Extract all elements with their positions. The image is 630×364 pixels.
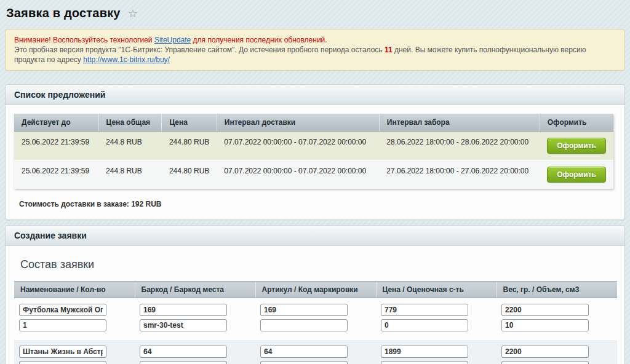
item-estimated-value-input[interactable] [381, 361, 468, 364]
item-weight-input[interactable] [501, 304, 589, 316]
item-weight-input[interactable] [501, 346, 589, 358]
checkout-button[interactable]: Оформить [547, 167, 606, 183]
item-article-input[interactable] [260, 304, 348, 316]
offers-header-row: Действует до Цена общая Цена Интервал до… [14, 114, 613, 132]
notice-update-line: Внимание! Воспользуйтесь технологией Sit… [14, 35, 616, 45]
composition-subtitle: Состав заявки [20, 258, 615, 271]
item-marking-code-input[interactable] [260, 319, 348, 331]
offer-pickup-interval: 28.06.2022 18:00:00 - 28.06.2022 20:00:0… [379, 132, 540, 160]
item-estimated-value-input[interactable] [381, 319, 468, 331]
col-valid-until: Действует до [14, 114, 98, 132]
col-action: Оформить [540, 114, 613, 132]
table-row [14, 339, 617, 364]
offer-delivery-interval: 07.07.2022 00:00:00 - 07.07.2022 00:00:0… [217, 132, 379, 160]
page: Заявка в доставку ☆ Внимание! Воспользуй… [0, 0, 630, 364]
request-section-title: Создание заявки [6, 226, 624, 246]
composition-header-row: Наименование / Кол-во Баркод / Баркод ме… [14, 282, 617, 298]
offers-panel-body: Действует до Цена общая Цена Интервал до… [6, 105, 624, 220]
trial-days-left: 11 [385, 46, 393, 54]
item-qty-input[interactable] [19, 319, 106, 331]
item-place-barcode-input[interactable] [140, 319, 227, 331]
col-pickup-interval: Интервал забора [379, 114, 540, 132]
offers-table: Действует до Цена общая Цена Интервал до… [14, 114, 613, 189]
trial-notice-banner: Внимание! Воспользуйтесь технологией Sit… [5, 29, 625, 71]
table-row [14, 298, 617, 339]
col-weight-volume: Вес, гр. / Объем, см3 [496, 282, 617, 298]
notice-trial-part1: Это пробная версия продукта "1С-Битрикс:… [14, 46, 385, 54]
item-volume-input[interactable] [501, 319, 589, 331]
offer-valid-until: 25.06.2022 21:39:59 [14, 132, 98, 160]
item-name-input[interactable] [19, 346, 106, 358]
item-barcode-input[interactable] [140, 304, 227, 316]
item-qty-input[interactable] [19, 361, 106, 364]
item-price-input[interactable] [381, 304, 468, 316]
col-delivery-interval: Интервал доставки [217, 114, 379, 132]
offers-section-title: Список предложений [6, 85, 624, 105]
offer-price-total: 244.8 RUB [98, 132, 162, 160]
page-title: Заявка в доставку [6, 6, 121, 20]
item-volume-input[interactable] [501, 361, 589, 364]
item-marking-code-input[interactable] [260, 361, 348, 364]
item-name-input[interactable] [19, 304, 106, 316]
siteupdate-link[interactable]: SiteUpdate [154, 36, 191, 44]
offer-valid-until: 25.06.2022 21:39:59 [14, 160, 98, 189]
favorite-star-icon[interactable]: ☆ [128, 8, 138, 19]
title-row: Заявка в доставку ☆ [6, 6, 624, 20]
col-price: Цена [162, 114, 217, 132]
col-article: Артикул / Код маркировки [255, 282, 376, 298]
request-panel-body: Состав заявки Наименование / Кол-во Барк… [6, 246, 624, 364]
offers-panel: Список предложений Действует до Цена общ… [5, 84, 625, 220]
item-place-barcode-input[interactable] [140, 361, 227, 364]
composition-table: Наименование / Кол-во Баркод / Баркод ме… [14, 281, 617, 364]
table-row: 25.06.2022 21:39:59 244.8 RUB 244.80 RUB… [14, 160, 613, 189]
notice-update-prefix: Внимание! Воспользуйтесь технологией [14, 36, 154, 44]
notice-update-suffix: для получения последних обновлений. [191, 36, 327, 44]
col-price-total: Цена общая [98, 114, 162, 132]
col-price-value: Цена / Оценочная с-ть [376, 282, 496, 298]
offer-delivery-interval: 07.07.2022 00:00:00 - 07.07.2022 00:00:0… [217, 160, 379, 189]
request-panel: Создание заявки Состав заявки Наименован… [5, 225, 625, 364]
item-barcode-input[interactable] [140, 346, 227, 358]
offer-price: 244.80 RUB [162, 132, 217, 160]
col-name-qty: Наименование / Кол-во [14, 282, 135, 298]
checkout-button[interactable]: Оформить [547, 138, 606, 154]
item-article-input[interactable] [260, 346, 348, 358]
order-delivery-cost: Стоимость доставки в заказе: 192 RUB [19, 200, 615, 208]
offer-price: 244.80 RUB [162, 160, 217, 189]
col-barcode: Баркод / Баркод места [135, 282, 255, 298]
buy-link[interactable]: http://www.1c-bitrix.ru/buy/ [83, 55, 170, 64]
item-price-input[interactable] [381, 346, 468, 358]
offer-pickup-interval: 27.06.2022 18:00:00 - 27.06.2022 20:00:0… [379, 160, 540, 189]
table-row: 25.06.2022 21:39:59 244.8 RUB 244.80 RUB… [14, 132, 613, 160]
offer-price-total: 244.8 RUB [98, 160, 162, 189]
notice-trial-line: Это пробная версия продукта "1С-Битрикс:… [14, 45, 616, 65]
